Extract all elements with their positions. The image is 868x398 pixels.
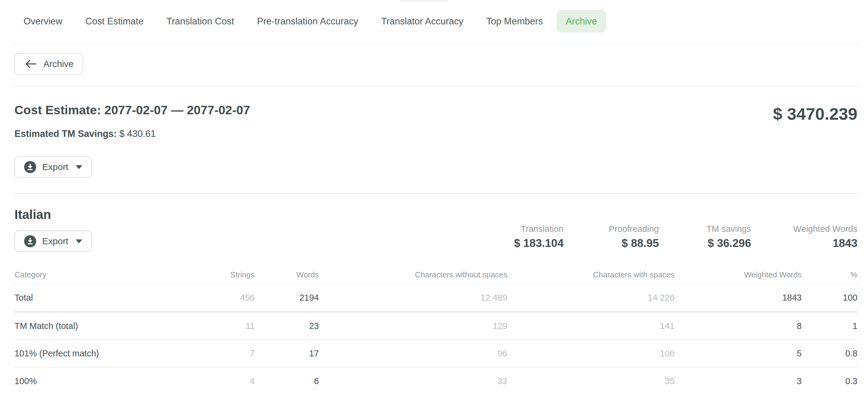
cell-words: 2194 <box>255 284 319 312</box>
cost-estimate-summary: Cost Estimate: 2077-02-07 — 2077-02-07 E… <box>0 86 868 178</box>
cell-chars-without: 129 <box>319 312 507 339</box>
cell-category: 100% <box>14 367 183 395</box>
stat-tm-savings: TM savings $ 36.296 <box>659 223 751 250</box>
tab-pre-translation-accuracy[interactable]: Pre-translation Accuracy <box>248 10 367 33</box>
col-percent: % <box>802 270 858 284</box>
back-button-label: Archive <box>43 59 73 69</box>
arrow-left-icon <box>24 59 37 69</box>
cell-category: 101% (Perfect match) <box>14 339 183 367</box>
stat-weighted-words: Weighted Words 1843 <box>751 223 858 250</box>
cell-percent: 1 <box>802 312 858 339</box>
col-chars-without-spaces: Characters without spaces <box>319 270 507 284</box>
cell-percent: 0.3 <box>802 367 858 395</box>
tm-savings-line: Estimated TM Savings: $ 430.61 <box>14 128 250 139</box>
download-circle-icon <box>24 235 36 247</box>
cell-chars-with: 35 <box>507 367 675 395</box>
cell-chars-with: 141 <box>507 312 675 339</box>
cell-category: Total <box>14 284 183 312</box>
archive-back-button[interactable]: Archive <box>14 53 83 75</box>
cell-strings: 7 <box>183 339 255 367</box>
col-category: Category <box>14 270 183 284</box>
report-page: Overview Cost Estimate Translation Cost … <box>0 0 868 398</box>
col-strings: Strings <box>183 270 255 284</box>
col-weighted-words: Weighted Words <box>675 270 802 284</box>
cell-words: 6 <box>255 367 319 395</box>
tab-translator-accuracy[interactable]: Translator Accuracy <box>372 10 472 33</box>
cell-words: 23 <box>255 312 319 339</box>
language-export-button[interactable]: Export <box>14 231 92 252</box>
cell-weighted: 5 <box>675 339 802 367</box>
cell-chars-with: 106 <box>507 339 675 367</box>
cell-chars-without: 33 <box>319 367 507 395</box>
cell-percent: 0.8 <box>802 339 858 367</box>
cell-strings: 11 <box>183 312 255 339</box>
tab-cost-estimate[interactable]: Cost Estimate <box>76 10 153 33</box>
page-title: Cost Estimate: 2077-02-07 — 2077-02-07 <box>14 102 250 118</box>
stat-proofreading: Proofreading $ 88.95 <box>564 223 659 250</box>
tab-archive[interactable]: Archive <box>557 10 606 33</box>
cell-weighted: 8 <box>675 312 802 339</box>
language-title: Italian <box>14 208 92 222</box>
divider <box>14 44 858 44</box>
table-row-100: 100% 4 6 33 35 3 0.3 <box>14 367 858 395</box>
cell-chars-without: 96 <box>319 339 507 367</box>
tm-savings-value: $ 430.61 <box>119 128 156 139</box>
cell-category: TM Match (total) <box>14 312 183 339</box>
cell-percent: 100 <box>802 284 858 312</box>
stat-translation: Translation $ 183.104 <box>473 223 564 250</box>
table-row-tm-match: TM Match (total) 11 23 129 141 8 1 <box>14 312 858 339</box>
chevron-down-icon <box>76 239 82 243</box>
tab-top-members[interactable]: Top Members <box>477 10 552 33</box>
table-row-total: Total 456 2194 12 489 14 226 1843 100 <box>14 284 858 312</box>
cell-chars-without: 12 489 <box>319 284 507 312</box>
table-row-101-perfect-match: 101% (Perfect match) 7 17 96 106 5 0.8 <box>14 339 858 367</box>
chevron-down-icon <box>76 165 82 169</box>
tab-overview[interactable]: Overview <box>14 10 71 33</box>
total-cost-amount: $ 3470.239 <box>773 104 858 124</box>
tm-savings-label: Estimated TM Savings: <box>14 128 117 139</box>
language-section: Italian Export Translation $ 183.104 <box>0 194 868 395</box>
cell-words: 17 <box>255 339 319 367</box>
col-chars-with-spaces: Characters with spaces <box>507 270 675 284</box>
cell-chars-with: 14 226 <box>507 284 675 312</box>
export-button-label: Export <box>42 236 68 246</box>
cutoff-top-element <box>399 0 449 1</box>
cost-breakdown-table: Category Strings Words Characters withou… <box>14 270 858 395</box>
cell-strings: 4 <box>183 367 255 395</box>
cell-weighted: 3 <box>675 367 802 395</box>
col-words: Words <box>255 270 319 284</box>
export-button[interactable]: Export <box>14 156 92 178</box>
cell-strings: 456 <box>183 284 255 312</box>
report-tabs: Overview Cost Estimate Translation Cost … <box>0 0 868 33</box>
language-stats: Translation $ 183.104 Proofreading $ 88.… <box>473 223 858 250</box>
cell-weighted: 1843 <box>675 284 802 312</box>
export-button-label: Export <box>42 162 68 172</box>
table-header-row: Category Strings Words Characters withou… <box>14 270 858 284</box>
tab-translation-cost[interactable]: Translation Cost <box>157 10 243 33</box>
download-circle-icon <box>24 161 36 173</box>
